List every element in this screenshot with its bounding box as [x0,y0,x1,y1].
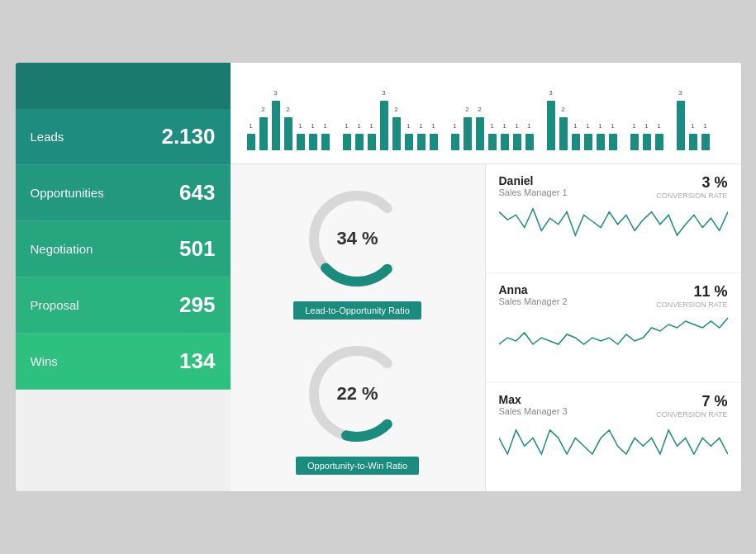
bar: 1 [297,134,305,150]
bar: 3 [380,101,388,150]
bar: 1 [572,134,580,150]
manager-role: Sales Manager 1 [499,187,568,197]
gauge-badge: Lead-to-Opportunity Ratio [293,301,421,320]
bar: 3 [272,101,280,150]
gauge-percent: 22 % [336,383,378,405]
bar: 1 [368,134,376,150]
metric-value: 134 [179,348,215,374]
manager-row: Anna Sales Manager 2 11 % CONVERSION RAT… [486,273,741,382]
sidebar: Leads 2.130 Opportunities 643 Negotiatio… [16,63,231,491]
manager-rate: 11 % [656,283,727,301]
sparkline-wrap [499,424,728,457]
bar: 1 [309,134,317,150]
bar: 1 [525,134,534,150]
metric-label: Opportunities [31,186,104,200]
bar: 1 [430,134,438,150]
bar: 3 [547,101,555,150]
bar: 1 [655,134,663,150]
bar: 1 [643,134,651,150]
middle-section: 34 % Lead-to-Opportunity Ratio 22 % Oppo… [231,164,486,491]
managers-list: Daniel Sales Manager 1 3 % CONVERSION RA… [486,164,741,491]
sparkline-svg [499,424,728,457]
sidebar-header [16,63,231,109]
manager-rate-label: CONVERSION RATE [656,301,727,309]
sidebar-metric-wins: Wins 134 [16,334,231,390]
bar: 1 [597,134,605,150]
top-chart: 1232111111321111221111321111111311 [231,63,741,164]
manager-rate: 7 % [656,393,727,410]
metric-label: Proposal [31,298,79,312]
dashboard: Leads 2.130 Opportunities 643 Negotiatio… [15,62,742,492]
bar: 1 [513,134,521,150]
manager-name: Daniel [499,174,568,187]
bar: 1 [343,134,351,150]
sparkline-svg [499,314,728,347]
sparkline-wrap [499,205,728,238]
sidebar-metric-leads: Leads 2.130 [16,109,231,165]
metric-label: Negotiation [31,242,93,256]
metric-label: Leads [31,130,64,144]
bar: 3 [677,101,685,150]
bar: 1 [451,134,459,150]
gauge-svg-wrap: 22 % [299,336,415,452]
bar: 1 [630,134,639,150]
bar: 1 [488,134,497,150]
bar: 2 [392,117,401,150]
bar: 2 [464,117,472,150]
bar: 1 [689,134,697,150]
metric-value: 295 [179,292,215,318]
manager-role: Sales Manager 3 [499,406,568,416]
manager-rate-label: CONVERSION RATE [656,192,727,200]
sidebar-metric-proposal: Proposal 295 [16,277,231,334]
bar: 2 [559,117,568,150]
bar: 1 [501,134,509,150]
bar: 1 [355,134,364,150]
right-section: Daniel Sales Manager 1 3 % CONVERSION RA… [486,164,741,491]
metric-label: Wins [31,354,58,368]
bar: 1 [609,134,617,150]
bar: 2 [284,117,292,150]
bar: 1 [247,134,255,150]
manager-name: Max [499,393,568,406]
manager-rate-label: CONVERSION RATE [656,410,727,419]
sidebar-metric-negotiation: Negotiation 501 [16,221,231,277]
metric-value: 501 [179,236,215,262]
sparkline-wrap [499,314,728,347]
gauge-lead-opportunity: 34 % Lead-to-Opportunity Ratio [293,181,421,320]
bar: 2 [259,117,268,150]
bar: 1 [417,134,426,150]
manager-rate: 3 % [656,174,727,192]
bar: 1 [405,134,413,150]
manager-row: Daniel Sales Manager 1 3 % CONVERSION RA… [486,164,741,273]
gauge-opportunity-win: 22 % Opportunity-to-Win Ratio [296,336,419,475]
bar-chart: 1232111111321111221111321111111311 [247,76,725,150]
metric-value: 2.130 [161,124,215,149]
gauge-percent: 34 % [336,228,378,249]
manager-name: Anna [499,283,568,296]
sidebar-metrics: Leads 2.130 Opportunities 643 Negotiatio… [16,109,231,390]
gauge-badge: Opportunity-to-Win Ratio [296,457,419,475]
sparkline-svg [499,205,728,238]
sidebar-metric-opportunities: Opportunities 643 [16,165,231,221]
metric-value: 643 [179,180,215,206]
manager-row: Max Sales Manager 3 7 % CONVERSION RATE [486,383,741,491]
bar: 2 [476,117,484,150]
manager-role: Sales Manager 2 [499,296,568,306]
gauge-svg-wrap: 34 % [299,181,415,296]
bar: 1 [321,134,330,150]
bar: 1 [701,134,710,150]
bar: 1 [584,134,592,150]
